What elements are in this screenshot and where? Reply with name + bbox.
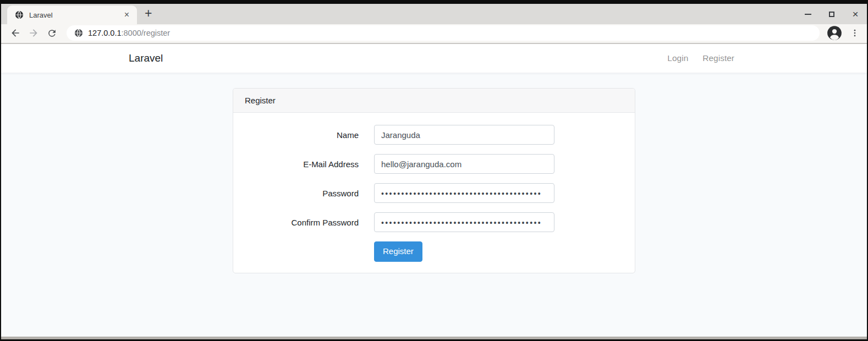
email-label: E-Mail Address — [244, 160, 374, 169]
window-controls: × — [804, 4, 859, 24]
user-avatar-icon — [826, 25, 843, 41]
password-label: Password — [244, 189, 374, 198]
confirm-password-input[interactable] — [374, 212, 554, 232]
reload-icon — [47, 28, 57, 38]
window-frame-top — [1, 0, 867, 4]
card-header-title: Register — [233, 89, 635, 113]
browser-menu-button[interactable] — [848, 26, 861, 40]
new-tab-button[interactable]: + — [145, 7, 152, 19]
form-row-password: Password — [244, 183, 624, 203]
forward-button[interactable] — [26, 25, 41, 41]
main-content: Register Name E-Mail Address Password — [1, 73, 867, 273]
profile-avatar-button[interactable] — [826, 25, 843, 41]
name-label: Name — [244, 130, 374, 140]
window-minimize-button[interactable] — [804, 10, 812, 18]
site-navbar: Laravel Login Register — [1, 44, 867, 73]
window-close-button[interactable]: × — [851, 10, 859, 18]
navbar-container: Laravel Login Register — [120, 52, 748, 64]
register-form: Name E-Mail Address Password Confirm Pas… — [233, 113, 635, 273]
back-arrow-icon — [10, 28, 21, 38]
maximize-icon — [829, 12, 834, 17]
form-row-name: Name — [244, 125, 624, 145]
register-card: Register Name E-Mail Address Password — [233, 88, 635, 273]
email-input[interactable] — [374, 154, 554, 174]
nav-link-login[interactable]: Login — [660, 53, 695, 63]
tab-close-icon[interactable]: × — [122, 10, 131, 20]
password-input[interactable] — [374, 183, 554, 203]
url-text: 127.0.0.1:8000/register — [88, 29, 170, 37]
back-button[interactable] — [8, 25, 23, 41]
browser-window: Laravel × + × — [0, 0, 868, 341]
tab-strip: Laravel × + × — [1, 4, 867, 24]
form-row-email: E-Mail Address — [244, 154, 624, 174]
site-globe-icon — [74, 29, 83, 37]
register-submit-button[interactable]: Register — [374, 241, 422, 262]
url-path: :8000/register — [121, 29, 170, 37]
tab-favicon-globe-icon — [15, 10, 24, 19]
window-maximize-button[interactable] — [828, 10, 836, 18]
browser-tab-laravel[interactable]: Laravel × — [7, 6, 137, 24]
name-input[interactable] — [374, 125, 554, 145]
address-bar[interactable]: 127.0.0.1:8000/register — [67, 25, 820, 41]
url-host: 127.0.0.1 — [88, 29, 121, 37]
tab-title: Laravel — [29, 11, 122, 19]
browser-toolbar: 127.0.0.1:8000/register — [1, 24, 867, 44]
navbar-links: Login Register — [660, 53, 739, 63]
navbar-brand[interactable]: Laravel — [129, 52, 163, 64]
reload-button[interactable] — [44, 25, 59, 41]
forward-arrow-icon — [28, 28, 39, 38]
form-row-confirm-password: Confirm Password — [244, 212, 624, 232]
minimize-icon — [805, 14, 811, 15]
kebab-menu-icon — [850, 28, 860, 38]
confirm-password-label: Confirm Password — [244, 218, 374, 227]
close-icon: × — [852, 11, 858, 18]
form-row-submit: Register — [374, 241, 624, 262]
page-viewport: Laravel Login Register Register Name E-M… — [1, 44, 867, 337]
nav-link-register[interactable]: Register — [695, 53, 739, 63]
